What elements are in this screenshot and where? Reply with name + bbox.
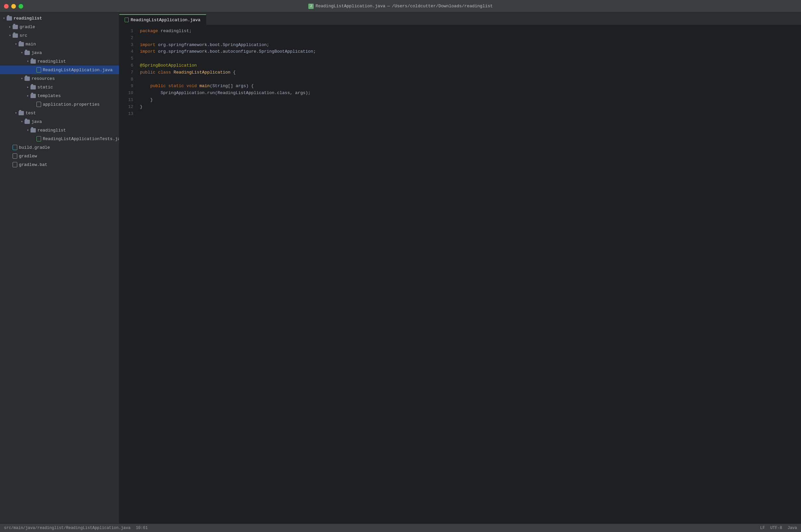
window-controls [4, 4, 23, 8]
tree-label: ReadingListApplication.java [43, 68, 113, 73]
tree-label: application.properties [43, 102, 100, 107]
folder-icon [7, 16, 12, 21]
arrow-icon [25, 84, 31, 90]
title-filename: ReadingListApplication.java [316, 4, 386, 8]
tree-label: java [32, 50, 42, 55]
minimize-button[interactable] [11, 4, 16, 8]
tree-item-test[interactable]: test [0, 109, 119, 117]
folder-icon [24, 77, 30, 81]
folder-icon [19, 42, 24, 46]
code-line-6: @SpringBootApplication [140, 62, 801, 69]
java-file-icon [36, 136, 41, 141]
folder-icon [24, 51, 30, 55]
arrow-icon [7, 24, 13, 30]
arrow-icon [19, 119, 24, 124]
tab-bar: ReadingListApplication.java [120, 13, 801, 25]
tree-item-reading-list-application-tests[interactable]: ReadingListApplicationTests.java [0, 134, 119, 143]
tree-label: readinglist [37, 59, 66, 64]
title-separator: — [387, 4, 390, 8]
status-file-type: Java [787, 526, 797, 530]
code-line-1: package readinglist; [140, 28, 801, 35]
tree-item-application-properties[interactable]: application.properties [0, 100, 119, 109]
tree-label: src [20, 33, 27, 38]
tree-item-readinglist-root[interactable]: readinglist [0, 14, 119, 22]
folder-icon [31, 94, 36, 98]
tree-label: java [32, 119, 42, 124]
tree-label: test [25, 111, 36, 116]
tree-label: build.gradle [19, 145, 50, 150]
tree-label: templates [37, 93, 61, 98]
tree-item-java-main[interactable]: java [0, 49, 119, 57]
tab-reading-list-application[interactable]: ReadingListApplication.java [120, 14, 206, 25]
tab-label: ReadingListApplication.java [131, 18, 201, 22]
tab-file-icon [125, 18, 129, 22]
tree-item-resources[interactable]: resources [0, 74, 119, 83]
main-area: readinglist gradle src main java [0, 13, 801, 524]
tree-label: static [37, 85, 53, 90]
code-line-12: } [140, 104, 801, 111]
folder-icon [31, 59, 36, 63]
arrow-icon [1, 16, 7, 21]
props-file-icon [36, 102, 41, 107]
tree-item-gradlew-bat[interactable]: gradlew.bat [0, 160, 119, 169]
code-line-11: } [140, 97, 801, 104]
code-line-2 [140, 35, 801, 42]
arrow-icon [19, 50, 24, 55]
arrow-icon [13, 41, 19, 47]
java-file-icon [36, 67, 41, 73]
folder-icon [31, 85, 36, 90]
arrow-icon [19, 76, 24, 81]
folder-icon [31, 128, 36, 133]
code-content: package readinglist; import org.springfr… [136, 25, 801, 524]
file-type-icon: J [308, 4, 314, 9]
status-bar: src/main/java/readinglist/ReadingListApp… [0, 524, 801, 532]
close-button[interactable] [4, 4, 8, 8]
tree-item-gradlew[interactable]: gradlew [0, 152, 119, 160]
code-line-9: public static void main(String[] args) { [140, 83, 801, 90]
code-line-10: SpringApplication.run(ReadingListApplica… [140, 90, 801, 97]
tree-item-main[interactable]: main [0, 40, 119, 49]
arrow-icon [7, 33, 13, 38]
title-path: /Users/coldcutter/Downloads/readinglist [392, 4, 493, 8]
code-line-5 [140, 55, 801, 62]
tree-item-readinglist-test-pkg[interactable]: readinglist [0, 126, 119, 134]
plain-file-icon [13, 153, 17, 159]
status-left: src/main/java/readinglist/ReadingListApp… [4, 526, 148, 530]
tree-label: gradlew [19, 154, 37, 159]
arrow-icon [25, 128, 31, 133]
code-line-4: import org.springframework.boot.autoconf… [140, 49, 801, 55]
arrow-icon [25, 93, 31, 98]
tree-item-reading-list-application[interactable]: ReadingListApplication.java [0, 65, 119, 74]
status-path: src/main/java/readinglist/ReadingListApp… [4, 526, 131, 530]
tree-item-src[interactable]: src [0, 31, 119, 40]
arrow-icon [25, 59, 31, 64]
code-line-13 [140, 111, 801, 118]
folder-icon [13, 25, 18, 29]
project-tree[interactable]: readinglist gradle src main java [0, 13, 120, 524]
tree-label: resources [32, 76, 55, 81]
tree-item-build-gradle[interactable]: build.gradle [0, 143, 119, 152]
folder-icon [24, 119, 30, 124]
title-bar-text: J ReadingListApplication.java — /Users/c… [308, 4, 493, 9]
gradle-file-icon [13, 145, 17, 150]
editor-area: ReadingListApplication.java 1 2 3 4 5 6 … [120, 13, 801, 524]
title-bar: J ReadingListApplication.java — /Users/c… [0, 0, 801, 13]
code-editor[interactable]: 1 2 3 4 5 6 7 8 9 10 11 12 13 package re… [120, 25, 801, 524]
tree-item-gradle[interactable]: gradle [0, 22, 119, 31]
tree-label: gradle [20, 24, 35, 30]
tree-item-static[interactable]: static [0, 83, 119, 91]
tree-item-java-test[interactable]: java [0, 117, 119, 126]
tree-label: readinglist [37, 128, 66, 133]
tree-label: gradlew.bat [19, 162, 48, 167]
folder-icon [19, 111, 24, 115]
tree-label: ReadingListApplicationTests.java [43, 136, 120, 141]
plain-file-icon [13, 162, 17, 167]
code-line-3: import org.springframework.boot.SpringAp… [140, 42, 801, 49]
folder-icon [13, 34, 18, 38]
tree-item-readinglist-pkg[interactable]: readinglist [0, 57, 119, 65]
tree-label: readinglist [14, 16, 42, 21]
maximize-button[interactable] [19, 4, 23, 8]
arrow-icon [13, 110, 19, 116]
tree-item-templates[interactable]: templates [0, 91, 119, 100]
tree-label: main [25, 42, 36, 47]
